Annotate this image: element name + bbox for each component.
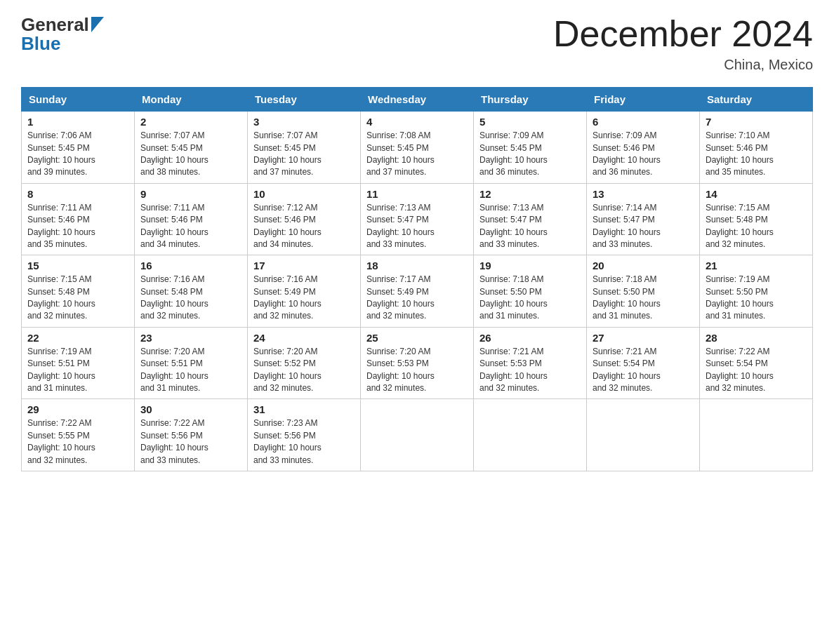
day-sun-info: Sunrise: 7:21 AM Sunset: 5:54 PM Dayligh… (593, 346, 694, 395)
day-sun-info: Sunrise: 7:22 AM Sunset: 5:54 PM Dayligh… (706, 346, 807, 395)
calendar-day-cell: 24Sunrise: 7:20 AM Sunset: 5:52 PM Dayli… (248, 327, 361, 399)
day-number: 21 (706, 260, 807, 271)
calendar-day-cell: 20Sunrise: 7:18 AM Sunset: 5:50 PM Dayli… (587, 255, 700, 328)
logo: General Blue (21, 14, 104, 55)
calendar-table: SundayMondayTuesdayWednesdayThursdayFrid… (21, 87, 813, 471)
day-sun-info: Sunrise: 7:15 AM Sunset: 5:48 PM Dayligh… (706, 202, 807, 251)
calendar-week-row: 8Sunrise: 7:11 AM Sunset: 5:46 PM Daylig… (22, 183, 813, 255)
day-sun-info: Sunrise: 7:18 AM Sunset: 5:50 PM Dayligh… (479, 274, 581, 323)
calendar-day-cell: 14Sunrise: 7:15 AM Sunset: 5:48 PM Dayli… (700, 183, 813, 255)
day-number: 5 (479, 116, 581, 128)
day-number: 8 (27, 188, 128, 200)
day-number: 22 (27, 332, 128, 344)
day-sun-info: Sunrise: 7:07 AM Sunset: 5:45 PM Dayligh… (253, 130, 355, 179)
day-sun-info: Sunrise: 7:20 AM Sunset: 5:53 PM Dayligh… (366, 346, 468, 395)
weekday-header-wednesday: Wednesday (361, 88, 474, 112)
day-number: 10 (253, 188, 355, 200)
calendar-day-cell: 9Sunrise: 7:11 AM Sunset: 5:46 PM Daylig… (135, 183, 248, 255)
day-sun-info: Sunrise: 7:13 AM Sunset: 5:47 PM Dayligh… (366, 202, 468, 251)
day-sun-info: Sunrise: 7:19 AM Sunset: 5:50 PM Dayligh… (706, 274, 807, 323)
calendar-day-cell: 6Sunrise: 7:09 AM Sunset: 5:46 PM Daylig… (587, 112, 700, 184)
day-number: 4 (366, 116, 468, 128)
day-number: 2 (140, 116, 241, 128)
weekday-header-row: SundayMondayTuesdayWednesdayThursdayFrid… (22, 88, 813, 112)
calendar-day-cell: 17Sunrise: 7:16 AM Sunset: 5:49 PM Dayli… (248, 255, 361, 328)
calendar-day-cell: 26Sunrise: 7:21 AM Sunset: 5:53 PM Dayli… (474, 327, 587, 399)
calendar-day-cell: 22Sunrise: 7:19 AM Sunset: 5:51 PM Dayli… (22, 327, 135, 399)
month-title: December 2024 (553, 14, 813, 54)
day-sun-info: Sunrise: 7:14 AM Sunset: 5:47 PM Dayligh… (593, 202, 694, 251)
calendar-empty-cell (474, 399, 587, 471)
calendar-day-cell: 7Sunrise: 7:10 AM Sunset: 5:46 PM Daylig… (700, 112, 813, 184)
day-number: 17 (253, 260, 355, 271)
day-number: 6 (593, 116, 694, 128)
day-number: 7 (706, 116, 807, 128)
calendar-week-row: 22Sunrise: 7:19 AM Sunset: 5:51 PM Dayli… (22, 327, 813, 399)
day-number: 16 (140, 260, 241, 271)
day-sun-info: Sunrise: 7:20 AM Sunset: 5:51 PM Dayligh… (140, 346, 241, 395)
day-sun-info: Sunrise: 7:19 AM Sunset: 5:51 PM Dayligh… (27, 346, 128, 395)
day-number: 14 (706, 188, 807, 200)
day-sun-info: Sunrise: 7:16 AM Sunset: 5:49 PM Dayligh… (253, 274, 355, 323)
day-number: 31 (253, 403, 355, 415)
calendar-day-cell: 5Sunrise: 7:09 AM Sunset: 5:45 PM Daylig… (474, 112, 587, 184)
day-sun-info: Sunrise: 7:12 AM Sunset: 5:46 PM Dayligh… (253, 202, 355, 251)
calendar-day-cell: 29Sunrise: 7:22 AM Sunset: 5:55 PM Dayli… (22, 399, 135, 471)
day-sun-info: Sunrise: 7:17 AM Sunset: 5:49 PM Dayligh… (366, 274, 468, 323)
logo-text-blue: Blue (21, 33, 60, 55)
calendar-day-cell: 31Sunrise: 7:23 AM Sunset: 5:56 PM Dayli… (248, 399, 361, 471)
day-sun-info: Sunrise: 7:20 AM Sunset: 5:52 PM Dayligh… (253, 346, 355, 395)
calendar-week-row: 15Sunrise: 7:15 AM Sunset: 5:48 PM Dayli… (22, 255, 813, 328)
calendar-day-cell: 13Sunrise: 7:14 AM Sunset: 5:47 PM Dayli… (587, 183, 700, 255)
day-sun-info: Sunrise: 7:15 AM Sunset: 5:48 PM Dayligh… (27, 274, 128, 323)
calendar-empty-cell (361, 399, 474, 471)
page-header: General Blue December 2024 China, Mexico (21, 14, 813, 73)
calendar-day-cell: 25Sunrise: 7:20 AM Sunset: 5:53 PM Dayli… (361, 327, 474, 399)
day-sun-info: Sunrise: 7:16 AM Sunset: 5:48 PM Dayligh… (140, 274, 241, 323)
day-number: 25 (366, 332, 468, 344)
day-sun-info: Sunrise: 7:22 AM Sunset: 5:55 PM Dayligh… (27, 417, 128, 467)
weekday-header-friday: Friday (587, 88, 700, 112)
calendar-day-cell: 1Sunrise: 7:06 AM Sunset: 5:45 PM Daylig… (22, 112, 135, 184)
weekday-header-saturday: Saturday (700, 88, 813, 112)
day-number: 15 (27, 260, 128, 271)
day-number: 13 (593, 188, 694, 200)
day-sun-info: Sunrise: 7:22 AM Sunset: 5:56 PM Dayligh… (140, 417, 241, 467)
calendar-day-cell: 12Sunrise: 7:13 AM Sunset: 5:47 PM Dayli… (474, 183, 587, 255)
calendar-day-cell: 10Sunrise: 7:12 AM Sunset: 5:46 PM Dayli… (248, 183, 361, 255)
calendar-empty-cell (700, 399, 813, 471)
day-number: 12 (479, 188, 581, 200)
day-number: 1 (27, 116, 128, 128)
day-number: 9 (140, 188, 241, 200)
day-sun-info: Sunrise: 7:13 AM Sunset: 5:47 PM Dayligh… (479, 202, 581, 251)
day-number: 20 (593, 260, 694, 271)
day-sun-info: Sunrise: 7:09 AM Sunset: 5:46 PM Dayligh… (593, 130, 694, 179)
calendar-day-cell: 30Sunrise: 7:22 AM Sunset: 5:56 PM Dayli… (135, 399, 248, 471)
calendar-day-cell: 19Sunrise: 7:18 AM Sunset: 5:50 PM Dayli… (474, 255, 587, 328)
day-number: 18 (366, 260, 468, 271)
day-number: 26 (479, 332, 581, 344)
calendar-day-cell: 28Sunrise: 7:22 AM Sunset: 5:54 PM Dayli… (700, 327, 813, 399)
day-number: 28 (706, 332, 807, 344)
day-sun-info: Sunrise: 7:07 AM Sunset: 5:45 PM Dayligh… (140, 130, 241, 179)
day-sun-info: Sunrise: 7:18 AM Sunset: 5:50 PM Dayligh… (593, 274, 694, 323)
day-number: 3 (253, 116, 355, 128)
calendar-day-cell: 18Sunrise: 7:17 AM Sunset: 5:49 PM Dayli… (361, 255, 474, 328)
svg-marker-0 (91, 17, 104, 32)
calendar-day-cell: 11Sunrise: 7:13 AM Sunset: 5:47 PM Dayli… (361, 183, 474, 255)
day-number: 29 (27, 403, 128, 415)
day-sun-info: Sunrise: 7:11 AM Sunset: 5:46 PM Dayligh… (27, 202, 128, 251)
calendar-day-cell: 4Sunrise: 7:08 AM Sunset: 5:45 PM Daylig… (361, 112, 474, 184)
title-area: December 2024 China, Mexico (553, 14, 813, 73)
calendar-day-cell: 16Sunrise: 7:16 AM Sunset: 5:48 PM Dayli… (135, 255, 248, 328)
weekday-header-monday: Monday (135, 88, 248, 112)
day-sun-info: Sunrise: 7:21 AM Sunset: 5:53 PM Dayligh… (479, 346, 581, 395)
day-sun-info: Sunrise: 7:09 AM Sunset: 5:45 PM Dayligh… (479, 130, 581, 179)
day-number: 23 (140, 332, 241, 344)
day-number: 11 (366, 188, 468, 200)
day-sun-info: Sunrise: 7:06 AM Sunset: 5:45 PM Dayligh… (27, 130, 128, 179)
day-number: 27 (593, 332, 694, 344)
weekday-header-sunday: Sunday (22, 88, 135, 112)
calendar-day-cell: 3Sunrise: 7:07 AM Sunset: 5:45 PM Daylig… (248, 112, 361, 184)
day-sun-info: Sunrise: 7:23 AM Sunset: 5:56 PM Dayligh… (253, 417, 355, 467)
